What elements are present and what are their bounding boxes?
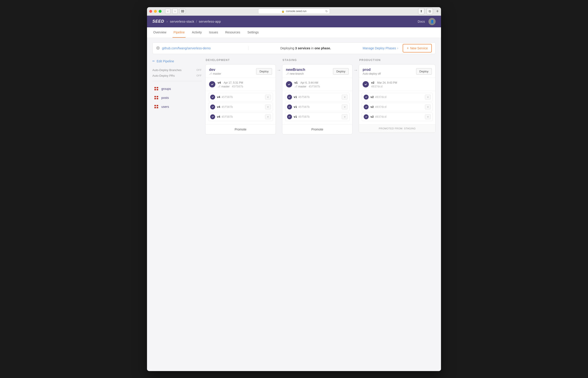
service-row-expand-prod-2[interactable]: ∨: [425, 114, 431, 119]
pipeline-columns: DEVELOPMENT dev ⎇ master D: [205, 58, 436, 135]
stage-production-wrapper: PRODUCTION prod Auto-deploy off Deploy: [359, 58, 436, 133]
service-row-check-staging-1: [287, 105, 292, 109]
tab-settings[interactable]: Settings: [247, 27, 260, 38]
sidebar-service-posts[interactable]: posts: [152, 94, 202, 102]
service-row-expand-dev-1[interactable]: ∨: [265, 105, 271, 109]
manage-arrow-icon: ›: [397, 47, 398, 50]
tab-pipeline[interactable]: Pipeline: [172, 27, 185, 38]
deploy-version-prod: v2: [371, 81, 374, 84]
service-row-expand-staging-1[interactable]: ∨: [342, 105, 348, 109]
check-circle-dev: [209, 81, 215, 87]
new-service-button[interactable]: + New Service: [403, 44, 432, 53]
back-button[interactable]: ‹: [165, 9, 170, 14]
service-row-staging-0: v1 45f507b ∨: [285, 93, 350, 101]
service-row-version-staging-2: v1: [294, 115, 297, 118]
stage-development-header: DEVELOPMENT: [205, 58, 276, 62]
deploy-button-prod[interactable]: Deploy: [416, 68, 432, 75]
auto-deploy-prs-toggle[interactable]: OFF: [196, 74, 202, 77]
svg-rect-2: [181, 12, 184, 12]
stage-development-name[interactable]: dev: [209, 68, 221, 72]
stage-production-card-header: prod Auto-deploy off Deploy: [359, 65, 435, 78]
service-row-version-dev-0: v4: [217, 95, 220, 99]
service-row-dev-1: v4 45f507b ∨: [208, 103, 273, 111]
sidebar: ✏ Edit Pipeline Auto-Deploy Branches OFF…: [152, 58, 202, 135]
service-row-hash-dev-0: 45f507b: [222, 95, 265, 99]
github-icon: ⦿: [156, 46, 160, 50]
stage-staging-name[interactable]: newBranch: [286, 68, 305, 72]
deploy-button-dev[interactable]: Deploy: [256, 68, 272, 75]
edit-icon: ✏: [152, 59, 155, 63]
close-button[interactable]: [149, 10, 152, 13]
branch-icon-dev: ⎇: [209, 72, 212, 75]
refresh-icon[interactable]: ↻: [325, 10, 328, 13]
share-button[interactable]: ⬆: [418, 8, 424, 14]
sidebar-service-groups[interactable]: groups: [152, 85, 202, 93]
info-bar-middle: Deploying 3 services in one phase.: [248, 46, 363, 50]
tab-resources[interactable]: Resources: [224, 27, 241, 38]
services-list-staging: v1 45f507b ∨ v1 45f507b: [282, 91, 353, 124]
forward-button[interactable]: ›: [172, 9, 178, 14]
tab-overview[interactable]: Overview: [152, 27, 167, 38]
auto-deploy-branches-toggle[interactable]: OFF: [196, 69, 202, 71]
promoted-from-label: PROMOTED FROM: staging: [359, 124, 435, 133]
svg-point-9: [288, 105, 291, 108]
tab-activity[interactable]: Activity: [191, 27, 203, 38]
manage-deploy-phases-link[interactable]: Manage Deploy Phases: [363, 46, 396, 50]
auto-deploy-branches-row: Auto-Deploy Branches OFF: [152, 68, 202, 72]
tab-issues[interactable]: Issues: [208, 27, 219, 38]
stage-production-card: prod Auto-deploy off Deploy: [359, 64, 436, 133]
info-bar-right: Manage Deploy Phases › + New Service: [363, 44, 432, 53]
titlebar-buttons: [149, 10, 162, 13]
service-row-expand-staging-2[interactable]: ∨: [342, 114, 348, 119]
edit-pipeline-link[interactable]: ✏ Edit Pipeline: [152, 58, 202, 64]
new-tab-button[interactable]: +: [436, 9, 439, 14]
service-name-posts: posts: [161, 96, 169, 100]
service-row-expand-staging-0[interactable]: ∨: [342, 94, 348, 100]
deploy-meta-staging: ⎇ master 45f507b: [294, 85, 349, 88]
deploy-time-staging: Apr 6, 3:44 AM: [301, 81, 318, 84]
titlebar: ‹ › 🔒 console.seed.run ↻ ⬆ ⧉ +: [147, 7, 441, 16]
stage-production-auto-deploy: Auto-deploy off: [363, 72, 381, 75]
sidebar-service-users[interactable]: users: [152, 103, 202, 111]
arrow-staging-to-prod: →: [353, 58, 358, 73]
deploy-button-staging[interactable]: Deploy: [333, 68, 349, 75]
service-row-version-prod-2: v2: [370, 115, 374, 118]
branch-meta-icon-dev: ⎇: [218, 85, 221, 88]
seed-logo: SEED: [152, 19, 164, 24]
stage-production-name[interactable]: prod: [363, 68, 381, 72]
svg-point-13: [365, 105, 368, 108]
service-row-expand-prod-0[interactable]: ∨: [425, 94, 431, 100]
repo-link[interactable]: github.com/fwang/serverless-demo: [162, 46, 211, 50]
deploy-meta-prod: 4937dcd: [371, 85, 432, 88]
stage-production-header: PRODUCTION: [359, 58, 436, 62]
breadcrumb-app[interactable]: serverless-app: [199, 19, 221, 23]
service-row-prod-0: v2 4937dcd ∨: [362, 93, 433, 101]
stage-development-card-header: dev ⎇ master Deploy: [206, 65, 276, 78]
service-row-hash-prod-1: 4937dcd: [375, 105, 425, 108]
service-row-hash-dev-2: 45f507b: [222, 115, 265, 118]
service-row-expand-dev-0[interactable]: ∨: [265, 94, 271, 100]
service-row-check-prod-2: [364, 114, 369, 119]
service-row-prod-1: v2 4937dcd ∨: [362, 103, 433, 111]
docs-link[interactable]: Docs: [418, 20, 425, 23]
tab-overview-button[interactable]: ⧉: [427, 8, 433, 14]
service-row-check-dev-0: [210, 94, 215, 100]
promote-button-staging[interactable]: Promote: [282, 124, 353, 134]
maximize-button[interactable]: [159, 10, 162, 13]
service-row-expand-dev-2[interactable]: ∨: [265, 114, 271, 119]
service-row-expand-prod-1[interactable]: ∨: [425, 105, 431, 109]
main-content: ⦿ github.com/fwang/serverless-demo Deplo…: [147, 38, 441, 371]
sidebar-toggle-button[interactable]: [180, 9, 186, 14]
url-bar[interactable]: 🔒 console.seed.run ↻: [258, 9, 330, 14]
stage-staging-info: newBranch ⎇ new-branch: [286, 68, 305, 75]
app-header: SEED › serverless-stack / serverless-app…: [147, 16, 441, 27]
avatar[interactable]: 👤: [429, 18, 436, 25]
breadcrumb-stack[interactable]: serverless-stack: [170, 19, 194, 23]
service-row-version-dev-1: v4: [217, 105, 220, 108]
services-list-prod: v2 4937dcd ∨ v2 4937dcd: [359, 91, 435, 124]
stage-staging: STAGING newBranch ⎇ new-branch: [282, 58, 353, 135]
auto-deploy-branches-label: Auto-Deploy Branches: [152, 68, 182, 72]
promote-button-dev[interactable]: Promote: [206, 124, 276, 134]
minimize-button[interactable]: [154, 10, 157, 13]
deploy-time-dev: Apr 17, 5:31 PM: [224, 81, 243, 84]
